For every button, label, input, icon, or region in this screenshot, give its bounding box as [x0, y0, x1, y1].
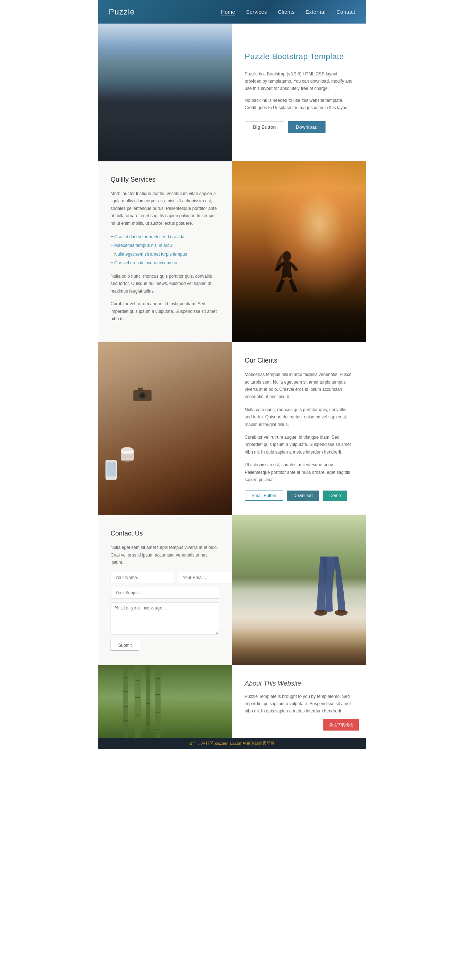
contact-section: Contact Us Nulla eget sem sit amet turpi… [98, 515, 366, 665]
svg-point-11 [335, 610, 348, 616]
hero-content: Puzzle Bootstrap Template Puzzle is a Bo… [232, 24, 366, 161]
person-silhouette [272, 250, 301, 297]
download-button-hero[interactable]: Download [288, 121, 326, 133]
svg-rect-19 [135, 697, 140, 698]
contact-paragraph: Nulla eget sem sit amet turpis tempus vi… [111, 544, 219, 566]
services-paragraph-1: Morbi auctor tristique mattis. Vestibulu… [111, 190, 219, 227]
footer-content: About This Website Puzzle Template is br… [232, 665, 366, 738]
svg-point-10 [314, 610, 327, 616]
submit-button[interactable]: Submit [111, 640, 139, 651]
svg-rect-12 [123, 665, 128, 738]
hero-paragraph-1: Puzzle is a Bootstrap (v3.3.6) HTML CSS … [245, 70, 353, 92]
clients-paragraph-1: Maecenas tempus nisi in arcu facilisis v… [245, 371, 353, 401]
services-image [232, 161, 366, 342]
service-link-3[interactable]: + Nulla eget sem sit amet turpis tempus [111, 250, 219, 258]
svg-rect-17 [135, 665, 141, 738]
svg-rect-28 [156, 712, 160, 713]
clients-buttons: Small Button Download Demo [245, 490, 353, 501]
svg-rect-21 [146, 665, 151, 738]
footer-title: About This Website [245, 680, 353, 687]
nav-item-clients[interactable]: Clients [278, 9, 295, 15]
subject-input[interactable] [111, 587, 219, 598]
hero-image [98, 24, 232, 161]
services-paragraph-2: Nulla odio nunc, rhoncus quis porttitor … [111, 273, 219, 295]
svg-point-6 [140, 393, 145, 398]
phone-icon [105, 459, 118, 481]
message-textarea[interactable] [111, 602, 219, 635]
footer-section: About This Website Puzzle Template is br… [98, 665, 366, 738]
svg-point-0 [282, 251, 291, 261]
service-link-1[interactable]: + Cras id dui eu tortor eleifend gravida [111, 232, 219, 241]
clients-paragraph-4: Ut a dignissim est, sodales pellentesque… [245, 461, 353, 483]
services-content: Quility Services Morbi auctor tristique … [98, 161, 232, 342]
contact-title: Contact Us [111, 530, 219, 537]
clients-title: Our Clients [245, 357, 353, 364]
svg-rect-14 [124, 691, 128, 692]
nav-links: Home Services Clients External Contact [221, 9, 355, 15]
cta-button[interactable]: 前往下载模板 [323, 719, 359, 730]
nav-item-external[interactable]: External [305, 9, 326, 15]
svg-rect-27 [156, 694, 160, 695]
svg-rect-23 [147, 703, 150, 704]
hero-section: Puzzle Bootstrap Template Puzzle is a Bo… [98, 24, 366, 161]
svg-rect-22 [147, 683, 150, 683]
contact-image [232, 515, 366, 665]
service-link-2[interactable]: + Maecenas tempus nisi in arcu [111, 241, 219, 250]
coffee-cup-icon [118, 445, 136, 463]
clients-paragraph-2: Nulla odio nunc, rhoncus quis porttitor … [245, 406, 353, 428]
svg-rect-7 [138, 388, 143, 391]
svg-rect-15 [124, 706, 128, 706]
services-links: + Cras id dui eu tortor eleifend gravida… [111, 232, 219, 267]
clients-paragraph-3: Curabitur vel rutrum augue, id tristique… [245, 434, 353, 456]
nav-item-home[interactable]: Home [221, 9, 235, 15]
watermark-text: 访问儿马社区bbs.xienlao.com免费下载优秀网页 [189, 741, 275, 745]
footer-text: Puzzle Template is brought to you by tem… [245, 693, 353, 715]
services-paragraph-3: Curabitur vel rutrum augue, id tristique… [111, 300, 219, 322]
footer-image [98, 665, 232, 738]
services-title: Quility Services [111, 176, 219, 183]
svg-point-3 [121, 458, 134, 461]
download-button-clients[interactable]: Download [287, 490, 319, 501]
walking-figure [309, 557, 353, 665]
demo-button[interactable]: Demo [323, 490, 347, 501]
clients-section: Our Clients Maecenas tempus nisi in arcu… [98, 342, 366, 515]
site-logo: Puzzle [109, 7, 221, 17]
nav-item-services[interactable]: Services [246, 9, 267, 15]
svg-rect-20 [135, 714, 140, 715]
camera-icon [132, 386, 153, 402]
clients-image [98, 342, 232, 515]
svg-rect-24 [147, 723, 150, 724]
svg-rect-25 [155, 665, 160, 738]
svg-rect-26 [156, 678, 160, 679]
rocks-overlay [98, 92, 232, 161]
hero-title: Puzzle Bootstrap Template [245, 52, 353, 61]
name-input[interactable] [111, 572, 174, 583]
svg-rect-16 [124, 721, 128, 721]
small-button[interactable]: Small Button [245, 490, 283, 501]
watermark-bar: 访问儿马社区bbs.xienlao.com免费下载优秀网页 [98, 738, 366, 749]
svg-rect-9 [106, 462, 116, 476]
service-link-4[interactable]: + Crasvel eros id ipsum accumsan [111, 258, 219, 267]
bamboo-decoration [98, 665, 232, 738]
table-scene [98, 342, 232, 515]
svg-rect-29 [156, 729, 160, 730]
hero-buttons: Big Button Download [245, 121, 353, 133]
clients-content: Our Clients Maecenas tempus nisi in arcu… [232, 342, 366, 515]
nav-item-contact[interactable]: Contact [336, 9, 355, 15]
contact-content: Contact Us Nulla eget sem sit amet turpi… [98, 515, 232, 665]
big-button[interactable]: Big Button [245, 121, 284, 133]
hero-paragraph-2: No backlink is needed to use this websit… [245, 97, 353, 112]
services-section: Quility Services Morbi auctor tristique … [98, 161, 366, 342]
svg-rect-13 [124, 677, 128, 678]
navbar: Puzzle Home Services Clients External Co… [98, 0, 366, 24]
svg-rect-18 [135, 680, 140, 681]
contact-name-email-row [111, 572, 219, 583]
